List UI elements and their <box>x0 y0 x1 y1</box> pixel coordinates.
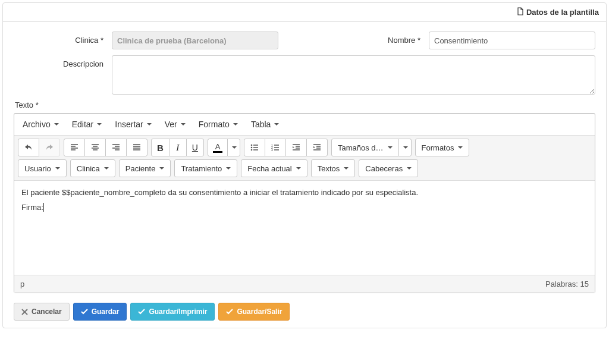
outdent-button[interactable] <box>285 139 307 156</box>
check-icon <box>138 308 145 315</box>
insert-cabeceras-menu[interactable]: Cabeceras <box>359 159 418 177</box>
descripcion-label: Descripcion <box>14 55 112 68</box>
text-caret-icon <box>43 203 44 212</box>
check-icon <box>81 308 88 315</box>
redo-button[interactable] <box>39 139 60 156</box>
text-color-button[interactable]: A <box>208 139 228 156</box>
insert-fecha-actual-menu[interactable]: Fecha actual <box>241 159 307 177</box>
clinica-input <box>112 32 278 49</box>
caret-icon <box>388 146 393 149</box>
editor-paragraph: Firma: <box>21 202 588 214</box>
insert-usuario-menu[interactable]: Usuario <box>18 159 67 177</box>
insert-paciente-menu[interactable]: Paciente <box>119 159 171 177</box>
caret-icon <box>181 123 186 125</box>
align-center-button[interactable] <box>84 139 106 156</box>
menu-ver[interactable]: Ver <box>160 116 190 133</box>
template-panel: Datos de la plantilla Clinica * Nombre *… <box>2 2 607 328</box>
word-count: Palabras: 15 <box>545 280 589 288</box>
menu-editar[interactable]: Editar <box>67 116 107 133</box>
caret-icon <box>232 146 237 149</box>
caret-icon <box>403 146 408 149</box>
cancel-button[interactable]: Cancelar <box>14 303 70 321</box>
close-icon <box>21 309 28 315</box>
rich-text-editor: Archivo Editar Insertar Ver Formato Tabl… <box>14 113 595 293</box>
editor-menubar: Archivo Editar Insertar Ver Formato Tabl… <box>14 114 595 136</box>
caret-icon <box>104 167 109 170</box>
align-justify-button[interactable] <box>126 139 147 156</box>
caret-icon <box>97 123 102 125</box>
svg-point-2 <box>251 149 253 151</box>
save-exit-button[interactable]: Guardar/Salir <box>218 303 290 321</box>
panel-header: Datos de la plantilla <box>3 3 606 22</box>
caret-icon <box>54 123 59 125</box>
svg-point-0 <box>251 145 253 146</box>
caret-icon <box>344 167 349 170</box>
caret-icon <box>159 167 164 170</box>
save-print-button[interactable]: Guardar/Imprimir <box>130 303 215 321</box>
italic-button[interactable]: I <box>169 139 187 156</box>
bullet-list-button[interactable] <box>244 139 265 156</box>
panel-title: Datos de la plantilla <box>526 8 599 17</box>
caret-icon <box>296 167 301 170</box>
descripcion-textarea[interactable] <box>112 55 595 95</box>
insert-clinica-menu[interactable]: Clinica <box>70 159 115 177</box>
editor-toolbar: B I U A 123 <box>14 136 595 181</box>
action-bar: Cancelar Guardar Guardar/Imprimir Guarda… <box>14 303 595 321</box>
font-size-select[interactable]: Tamaños d… <box>331 139 399 156</box>
editor-paragraph: El paciente $$paciente_nombre_completo d… <box>21 187 588 199</box>
texto-label: Texto * <box>15 101 595 109</box>
caret-icon <box>226 167 231 170</box>
caret-icon <box>458 146 463 149</box>
insert-tratamiento-menu[interactable]: Tratamiento <box>174 159 237 177</box>
clinica-label: Clinica * <box>14 32 112 45</box>
svg-text:3: 3 <box>271 148 273 152</box>
element-path[interactable]: p <box>20 280 24 288</box>
nombre-label: Nombre * <box>375 32 429 45</box>
align-right-button[interactable] <box>105 139 127 156</box>
underline-button[interactable]: U <box>186 139 204 156</box>
menu-archivo[interactable]: Archivo <box>18 116 64 133</box>
align-left-button[interactable] <box>64 139 85 156</box>
document-icon <box>517 7 524 17</box>
caret-icon <box>407 167 412 170</box>
svg-point-1 <box>251 147 253 149</box>
caret-icon <box>274 123 279 125</box>
formats-select[interactable]: Formatos <box>415 139 470 156</box>
numbered-list-button[interactable]: 123 <box>265 139 286 156</box>
indent-button[interactable] <box>306 139 328 156</box>
caret-icon <box>147 123 152 125</box>
menu-formato[interactable]: Formato <box>194 116 243 133</box>
font-size-menu-button[interactable] <box>398 139 412 156</box>
editor-content[interactable]: El paciente $$paciente_nombre_completo d… <box>14 181 595 275</box>
save-button[interactable]: Guardar <box>73 303 127 321</box>
menu-tabla[interactable]: Tabla <box>246 116 284 133</box>
undo-button[interactable] <box>18 139 39 156</box>
insert-textos-menu[interactable]: Textos <box>311 159 356 177</box>
editor-statusbar: p Palabras: 15 <box>14 275 595 293</box>
bold-button[interactable]: B <box>151 139 169 156</box>
menu-insertar[interactable]: Insertar <box>110 116 156 133</box>
nombre-input[interactable] <box>429 32 595 49</box>
caret-icon <box>55 167 60 170</box>
caret-icon <box>233 123 238 125</box>
text-color-menu-button[interactable] <box>227 139 240 156</box>
check-icon <box>226 308 233 315</box>
